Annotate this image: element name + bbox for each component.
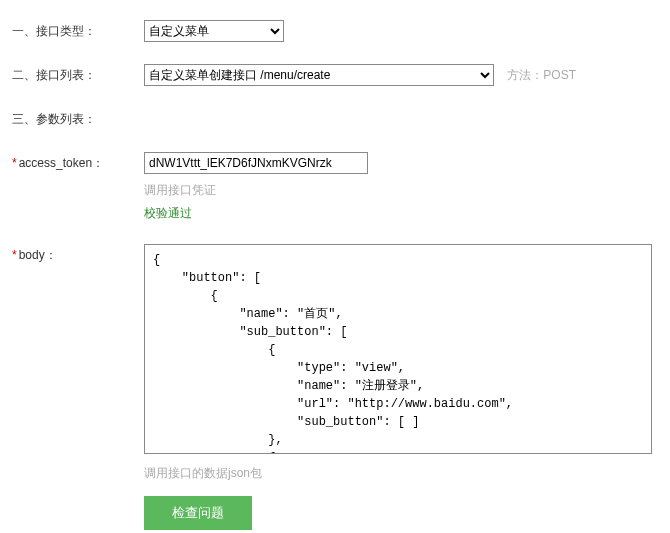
row-access-token: *access_token： 调用接口凭证 校验通过 [12, 152, 658, 222]
required-marker: * [12, 248, 17, 262]
row-interface-type: 一、接口类型： 自定义菜单 [12, 20, 658, 42]
access-token-validate: 校验通过 [144, 205, 658, 222]
body-hint: 调用接口的数据json包 [144, 465, 658, 482]
row-check-button: 检查问题 [12, 492, 658, 530]
row-body: *body： 调用接口的数据json包 [12, 244, 658, 482]
label-body: *body： [12, 244, 144, 266]
interface-list-select[interactable]: 自定义菜单创建接口 /menu/create [144, 64, 494, 86]
label-interface-type: 一、接口类型： [12, 20, 144, 42]
access-token-hint: 调用接口凭证 [144, 182, 658, 199]
body-textarea[interactable] [144, 244, 652, 454]
label-interface-list: 二、接口列表： [12, 64, 144, 86]
label-params: 三、参数列表： [12, 108, 144, 130]
content-interface-list: 自定义菜单创建接口 /menu/create 方法：POST [144, 64, 658, 86]
row-params-header: 三、参数列表： [12, 108, 658, 130]
required-marker: * [12, 156, 17, 170]
content-access-token: 调用接口凭证 校验通过 [144, 152, 658, 222]
content-interface-type: 自定义菜单 [144, 20, 658, 42]
label-access-token: *access_token： [12, 152, 144, 174]
check-button[interactable]: 检查问题 [144, 496, 252, 530]
interface-type-select[interactable]: 自定义菜单 [144, 20, 284, 42]
access-token-input[interactable] [144, 152, 368, 174]
content-body: 调用接口的数据json包 [144, 244, 658, 482]
method-label: 方法：POST [507, 64, 576, 86]
row-interface-list: 二、接口列表： 自定义菜单创建接口 /menu/create 方法：POST [12, 64, 658, 86]
